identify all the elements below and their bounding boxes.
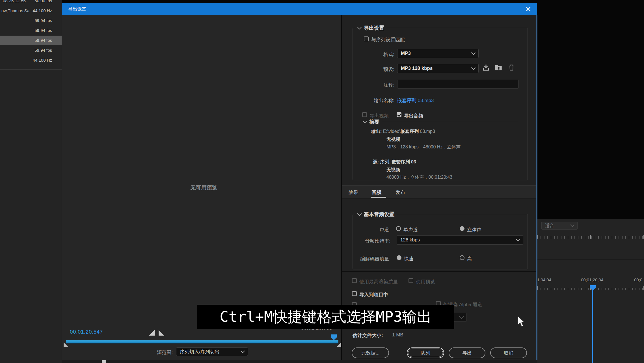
dialog-titlebar[interactable]: 导出设置: [62, 3, 537, 15]
chevron-down-icon: [516, 237, 520, 242]
preset-dropdown[interactable]: MP3 128 kbps: [397, 64, 479, 73]
project-clip-list: -08-25 12-55- 50.00 fps ow,Thomas Sa 44,…: [0, 0, 62, 363]
basic-audio-header[interactable]: 基本音频设置: [355, 211, 397, 218]
output-name-text: 嵌套序列: [397, 98, 416, 103]
output-name-link[interactable]: 嵌套序列 03.mp3: [397, 97, 434, 104]
cancel-button[interactable]: 取消: [490, 347, 527, 358]
timeline-timecode: 1;04;04: [537, 277, 551, 282]
stereo-radio[interactable]: [460, 226, 464, 231]
list-divider: [0, 69, 62, 70]
close-icon[interactable]: [526, 7, 531, 12]
clip-value: 44,100 Hz: [33, 8, 52, 13]
import-preset-folder-icon[interactable]: [494, 64, 502, 72]
clip-value: 50.00 fps: [34, 0, 52, 3]
max-render-quality-checkbox[interactable]: [352, 278, 357, 283]
export-video-checkbox[interactable]: [362, 112, 367, 117]
timeline-timecode: 00;0: [634, 277, 642, 282]
match-sequence-label: 与序列设置匹配: [371, 36, 405, 43]
chevron-down-icon: [241, 349, 245, 353]
format-label: 格式:: [353, 51, 394, 58]
bitrate-value: 128 kbps: [400, 237, 420, 243]
use-previews-label: 使用预览: [416, 278, 435, 285]
chevron-down-icon: [471, 51, 476, 55]
channels-label: 声道:: [359, 226, 390, 233]
codec-quality-label: 编解码器质量:: [349, 256, 390, 262]
zoom-fit-value: 适合: [545, 223, 554, 229]
output-name-label: 输出名称:: [353, 97, 394, 104]
metadata-button[interactable]: 元数据...: [352, 347, 389, 358]
clip-name: -08-25 12-55-: [1, 0, 27, 3]
options-divider: [342, 271, 537, 272]
import-into-project-label: 导入到项目中: [359, 291, 388, 298]
clip-row[interactable]: 59.94 fps: [0, 16, 62, 25]
chevron-down-icon: [357, 25, 362, 30]
output-ext-text: 03.mp3: [416, 98, 434, 103]
clip-row[interactable]: 59.94 fps: [0, 26, 62, 35]
export-video-label: 导出视频: [369, 113, 389, 119]
clip-row[interactable]: -08-25 12-55- 50.00 fps: [0, 0, 62, 5]
clip-value: 59.94 fps: [34, 28, 52, 33]
save-preset-icon[interactable]: [482, 64, 490, 72]
set-in-point-icon[interactable]: [149, 330, 155, 336]
preview-playhead[interactable]: [331, 334, 337, 340]
pane-scrollbar[interactable]: [536, 15, 537, 360]
max-render-quality-label: 使用最高渲染质量: [359, 278, 398, 285]
clip-row-selected[interactable]: 59.94 fps: [0, 36, 62, 45]
codec-high-radio[interactable]: [460, 255, 464, 260]
tab-publish[interactable]: 发布: [396, 189, 405, 196]
background-strip: [62, 360, 537, 363]
export-audio-checkbox[interactable]: [397, 112, 401, 117]
clip-row[interactable]: 59.94 fps: [0, 46, 62, 55]
source-range-dropdown[interactable]: 序列切入/序列切出: [176, 347, 248, 356]
clip-value: 59.94 fps: [34, 48, 52, 53]
file-size-label: 估计文件大小:: [353, 332, 383, 339]
bitrate-dropdown[interactable]: 128 kbps: [397, 235, 523, 245]
background-checkbox-fragment: [102, 360, 106, 363]
summary-source-audio: 48000 Hz，立体声，00;01;20;43: [386, 174, 452, 180]
import-into-project-checkbox[interactable]: [352, 291, 357, 296]
summary-output-line: 输出: E:\video\嵌套序列 03.mp3: [371, 129, 435, 135]
delete-preset-icon[interactable]: [507, 64, 515, 72]
clip-row[interactable]: 44,100 Hz: [0, 55, 62, 65]
summary-title: 摘要: [369, 118, 379, 125]
preset-label: 预设:: [353, 66, 394, 73]
dialog-title: 导出设置: [68, 6, 86, 12]
codec-high-label: 高: [467, 256, 472, 262]
comments-input[interactable]: [397, 80, 519, 88]
section-title: 导出设置: [364, 25, 384, 31]
clip-value: 44,100 Hz: [33, 58, 52, 62]
clip-row[interactable]: ow,Thomas Sa 44,100 Hz: [0, 6, 62, 15]
tutorial-caption: Ctrl+M快捷键格式选择MP3输出: [197, 305, 454, 329]
active-tab-underline: [371, 197, 386, 198]
match-sequence-checkbox[interactable]: [364, 36, 369, 41]
preset-value: MP3 128 kbps: [401, 66, 433, 71]
chevron-down-icon: [357, 211, 362, 216]
codec-fast-radio[interactable]: [397, 255, 401, 260]
chevron-down-icon: [459, 314, 464, 319]
zoom-fit-dropdown[interactable]: 适合: [541, 222, 578, 230]
current-timecode[interactable]: 00:01:20.547: [70, 329, 103, 335]
chevron-down-icon: [471, 66, 476, 70]
codec-fast-label: 快速: [404, 256, 414, 262]
export-button[interactable]: 导出: [449, 347, 485, 358]
bitrate-label: 音频比特率:: [350, 238, 390, 244]
mono-radio[interactable]: [396, 226, 401, 231]
summary-header[interactable]: 摘要: [363, 118, 518, 125]
program-monitor-ruler[interactable]: [537, 235, 644, 239]
preview-scrubber-track[interactable]: [66, 340, 338, 343]
clip-name: ow,Thomas Sa: [1, 8, 29, 13]
summary-output-video: 无视频: [386, 137, 400, 142]
source-range-value: 序列切入/序列切出: [180, 349, 220, 355]
clip-value: 59.94 fps: [34, 38, 52, 43]
set-out-point-icon[interactable]: [159, 330, 164, 336]
mouse-cursor: [517, 316, 526, 327]
tab-audio[interactable]: 音频: [372, 189, 381, 196]
summary-source-video: 无视频: [386, 167, 400, 173]
tab-effects[interactable]: 效果: [349, 189, 358, 196]
chevron-down-icon: [363, 119, 367, 124]
format-dropdown[interactable]: MP3: [397, 49, 479, 58]
queue-button[interactable]: 队列: [407, 347, 444, 358]
comments-label: 注释:: [353, 82, 394, 88]
use-previews-checkbox[interactable]: [409, 278, 413, 283]
export-settings-header[interactable]: 导出设置: [355, 25, 387, 31]
